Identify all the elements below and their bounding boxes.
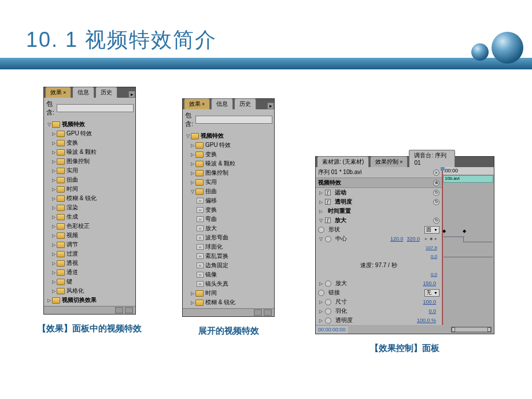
tab-info[interactable]: 信息 <box>211 98 233 109</box>
expand-icon[interactable] <box>51 196 57 201</box>
opacity-section[interactable]: ƒ 透明度 ↻ <box>316 197 442 206</box>
tree-folder[interactable]: 实用 <box>183 178 274 187</box>
keyframe-track[interactable]: ◆◆ <box>442 226 494 235</box>
expand-icon[interactable] <box>190 300 195 305</box>
opacity-value[interactable]: 100.0 % <box>417 317 439 323</box>
tree-folder[interactable]: GPU 特效 <box>44 129 135 138</box>
expand-icon[interactable] <box>51 150 57 155</box>
tab-info[interactable]: 信息 <box>72 87 94 98</box>
time-remap-section[interactable]: 时间重置 <box>316 206 442 216</box>
expand-icon[interactable] <box>318 200 324 205</box>
tab-source[interactable]: 素材源: (无素材) <box>317 156 369 167</box>
stopwatch-icon[interactable] <box>325 317 331 324</box>
expand-icon[interactable] <box>51 178 57 183</box>
expand-icon[interactable] <box>51 131 57 136</box>
expand-icon[interactable] <box>318 218 324 223</box>
tree-folder-distort[interactable]: 扭曲 <box>183 187 274 196</box>
tree-effect[interactable]: H边角固定 <box>183 261 274 270</box>
expand-icon[interactable] <box>190 161 195 167</box>
expand-icon[interactable] <box>190 171 195 176</box>
new-bin-button[interactable] <box>254 309 262 316</box>
show-hide-timeline-button[interactable]: » <box>433 169 439 176</box>
tree-effect[interactable]: H放大 <box>183 224 274 233</box>
shape-dropdown[interactable]: 圆▼ <box>424 226 439 234</box>
expand-icon[interactable] <box>190 291 195 296</box>
zoom-handle-right[interactable] <box>487 327 491 332</box>
value-graph[interactable] <box>442 235 494 243</box>
motion-section[interactable]: ƒ 运动 ↻ <box>316 188 442 197</box>
tree-folder[interactable]: 色彩校正 <box>44 221 135 231</box>
delete-button[interactable] <box>264 309 272 316</box>
tree-folder[interactable]: 模糊 & 锐化 <box>44 194 135 203</box>
fx-toggle[interactable]: ƒ <box>325 217 331 223</box>
tree-folder[interactable]: 图像控制 <box>183 168 274 178</box>
close-icon[interactable]: × <box>63 90 66 95</box>
speed-graph[interactable] <box>442 252 494 261</box>
expand-icon[interactable] <box>51 168 57 173</box>
tree-folder[interactable]: 噪波 & 颗粒 <box>183 159 274 168</box>
expand-icon[interactable] <box>46 122 52 127</box>
stopwatch-icon[interactable] <box>325 308 331 315</box>
tree-folder[interactable]: 调节 <box>44 240 135 249</box>
prev-keyframe-button[interactable]: ◂ <box>423 237 428 241</box>
tree-effect[interactable]: H变换 <box>183 205 274 215</box>
expand-icon[interactable] <box>318 318 324 323</box>
expand-icon[interactable] <box>51 205 57 210</box>
tree-folder[interactable]: 模糊 & 锐化 <box>183 298 274 307</box>
tree-effect[interactable]: H球面化 <box>183 242 274 252</box>
link-dropdown[interactable]: 无▼ <box>424 289 439 297</box>
stopwatch-icon[interactable] <box>325 299 331 305</box>
expand-icon[interactable] <box>190 180 195 185</box>
expand-icon[interactable] <box>51 233 57 238</box>
tree-root[interactable]: 视频特效 <box>44 120 135 129</box>
tree-folder[interactable]: 键 <box>44 277 135 286</box>
tree-effect[interactable]: H波形弯曲 <box>183 233 274 242</box>
new-bin-button[interactable] <box>115 307 123 313</box>
tree-folder[interactable]: 生成 <box>44 212 135 221</box>
current-timecode[interactable]: 00:00:00:00 <box>316 325 348 334</box>
tree-effect[interactable]: H镜头失真 <box>183 279 274 289</box>
zoom-scrollbar[interactable] <box>451 327 492 332</box>
timeline-ruler[interactable]: :00:00 <box>442 167 494 175</box>
tree-folder[interactable]: 噪波 & 颗粒 <box>44 147 135 157</box>
tree-effect[interactable]: H镜像 <box>183 270 274 279</box>
reset-button[interactable]: ↻ <box>433 217 439 224</box>
close-icon[interactable]: × <box>400 159 402 165</box>
expand-icon[interactable] <box>318 209 324 214</box>
expand-icon[interactable] <box>318 190 324 195</box>
expand-icon[interactable] <box>51 215 57 220</box>
stopwatch-icon[interactable] <box>318 227 324 233</box>
fx-toggle[interactable]: ƒ <box>325 199 331 205</box>
delete-button[interactable] <box>125 307 133 313</box>
stopwatch-icon[interactable] <box>325 236 331 242</box>
stopwatch-icon[interactable] <box>325 280 331 287</box>
add-keyframe-button[interactable]: ◆ <box>428 237 433 241</box>
size-value[interactable]: 100.0 <box>423 299 439 305</box>
expand-icon[interactable] <box>190 189 195 194</box>
expand-icon[interactable] <box>318 281 324 286</box>
tree-folder[interactable]: 视频 <box>44 231 135 240</box>
expand-icon[interactable] <box>51 224 57 229</box>
tree-folder[interactable]: 透视 <box>44 258 135 268</box>
tree-folder[interactable]: 实用 <box>44 166 135 175</box>
tab-history[interactable]: 历史 <box>95 87 117 98</box>
magnify-section[interactable]: ƒ 放大 ↻ <box>316 216 442 225</box>
fx-toggle[interactable]: ƒ <box>325 190 331 195</box>
tree-folder[interactable]: 渲染 <box>44 203 135 212</box>
tree-folder[interactable]: 图像控制 <box>44 157 135 166</box>
tree-effect[interactable]: H偏移 <box>183 196 274 205</box>
toggle-icon[interactable]: ⊗ <box>433 180 439 186</box>
expand-icon[interactable] <box>51 187 57 192</box>
reset-button[interactable]: ↻ <box>433 190 439 196</box>
tab-history[interactable]: 历史 <box>234 98 256 109</box>
tree-folder[interactable]: 风格化 <box>44 286 135 295</box>
next-keyframe-button[interactable]: ▸ <box>434 237 438 241</box>
expand-icon[interactable] <box>51 252 57 257</box>
magnify-value[interactable]: 150.0 <box>423 280 439 286</box>
expand-icon[interactable] <box>51 159 57 164</box>
expand-icon[interactable] <box>51 279 57 285</box>
expand-icon[interactable] <box>190 143 195 148</box>
expand-icon[interactable] <box>46 298 52 303</box>
expand-icon[interactable] <box>51 242 57 247</box>
search-input[interactable] <box>195 116 272 124</box>
